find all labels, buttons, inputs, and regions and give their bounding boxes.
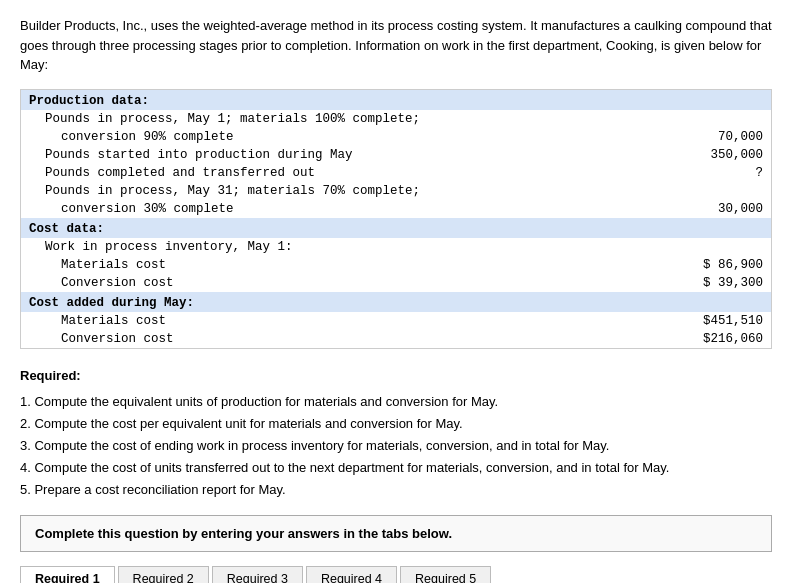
tab-required-3[interactable]: Required 3 bbox=[212, 566, 303, 583]
table-row: Materials cost $451,510 bbox=[21, 312, 772, 330]
table-row: Conversion cost $ 39,300 bbox=[21, 274, 772, 292]
required-title: Required: bbox=[20, 365, 772, 387]
table-row: conversion 90% complete 70,000 bbox=[21, 128, 772, 146]
table-row: Pounds completed and transferred out ? bbox=[21, 164, 772, 182]
tab-required-1[interactable]: Required 1 bbox=[20, 566, 115, 583]
table-row: Conversion cost $216,060 bbox=[21, 330, 772, 349]
production-data-table: Production data: Pounds in process, May … bbox=[20, 89, 772, 349]
table-row: Work in process inventory, May 1: bbox=[21, 238, 772, 256]
complete-question-box: Complete this question by entering your … bbox=[20, 515, 772, 552]
required-item-3: 3. Compute the cost of ending work in pr… bbox=[20, 435, 772, 457]
complete-text: Complete this question by entering your … bbox=[35, 526, 452, 541]
table-row: Pounds in process, May 1; materials 100%… bbox=[21, 110, 772, 128]
tab-required-5[interactable]: Required 5 bbox=[400, 566, 491, 583]
required-item-4: 4. Compute the cost of units transferred… bbox=[20, 457, 772, 479]
intro-paragraph: Builder Products, Inc., uses the weighte… bbox=[20, 16, 772, 75]
table-row: Pounds started into production during Ma… bbox=[21, 146, 772, 164]
tab-required-4[interactable]: Required 4 bbox=[306, 566, 397, 583]
required-section: Required: 1. Compute the equivalent unit… bbox=[20, 365, 772, 502]
cost-added-header: Cost added during May: bbox=[21, 292, 772, 312]
tabs-row: Required 1 Required 2 Required 3 Require… bbox=[20, 566, 772, 583]
table-row: Pounds in process, May 31; materials 70%… bbox=[21, 182, 772, 200]
tab-required-2[interactable]: Required 2 bbox=[118, 566, 209, 583]
required-item-1: 1. Compute the equivalent units of produ… bbox=[20, 391, 772, 413]
production-data-header: Production data: bbox=[21, 89, 772, 110]
cost-data-header: Cost data: bbox=[21, 218, 772, 238]
table-row: conversion 30% complete 30,000 bbox=[21, 200, 772, 218]
table-row: Materials cost $ 86,900 bbox=[21, 256, 772, 274]
required-item-2: 2. Compute the cost per equivalent unit … bbox=[20, 413, 772, 435]
required-item-5: 5. Prepare a cost reconciliation report … bbox=[20, 479, 772, 501]
